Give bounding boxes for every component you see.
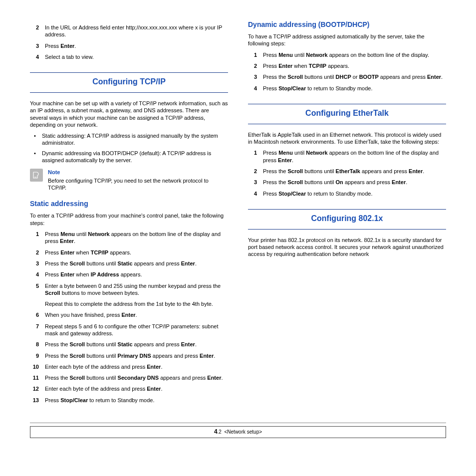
numbered-step: 10Enter each byte of the address and pre… (30, 363, 228, 370)
ether-intro: EtherTalk is AppleTalk used in an Ethern… (248, 131, 446, 146)
numbered-step: 4Select a tab to view. (30, 53, 228, 60)
bullet-text: Dynamic addressing via BOOTP/DHCP (defau… (42, 150, 228, 164)
page-number-major: 4 (214, 428, 218, 435)
step-continuation: Repeat this to complete the address from… (45, 300, 228, 307)
step-number: 3 (248, 179, 257, 186)
step-number: 2 (30, 249, 39, 256)
step-text: Press Enter when TCP/IP appears. (263, 62, 446, 69)
numbered-step: 12Enter each byte of the address and pre… (30, 385, 228, 392)
divider (248, 124, 446, 124)
numbered-step: 7Repeat steps 5 and 6 to configure the o… (30, 323, 228, 337)
step-number: 1 (30, 231, 39, 245)
divider (30, 72, 228, 73)
step-text: Press the Scroll buttons until Secondary… (45, 374, 228, 381)
step-text: Press Stop/Clear to return to Standby mo… (45, 397, 228, 404)
dyn-intro: To have a TCP/IP address assigned automa… (248, 33, 446, 47)
step-number: 3 (248, 73, 257, 80)
step-text: Press the Scroll buttons until On appear… (263, 179, 446, 186)
step-number: 8 (30, 341, 39, 348)
page-number-minor: .2 (218, 429, 222, 435)
divider (30, 92, 228, 93)
note-box: Note Before configuring TCP/IP, you need… (30, 169, 228, 191)
pre-steps: 2In the URL or Address field enter http;… (30, 24, 228, 60)
divider (248, 104, 446, 104)
step-number: 5 (30, 282, 39, 297)
numbered-step: 2Press Enter when TCP/IP appears. (248, 62, 446, 69)
step-number: 3 (30, 260, 39, 267)
bullet-item: •Static addressing: A TCP/IP address is … (30, 132, 228, 147)
step-text: Repeat steps 5 and 6 to configure the ot… (45, 323, 228, 337)
step-number: 13 (30, 397, 39, 404)
step-text: When you have finished, press Enter. (45, 311, 228, 318)
step-text: Press the Scroll buttons until Static ap… (45, 341, 228, 348)
heading-ethertalk: Configuring EtherTalk (248, 108, 446, 119)
step-text: Select a tab to view. (45, 53, 228, 60)
left-column: 2In the URL or Address field enter http;… (30, 20, 228, 408)
heading-8021x: Configuring 802.1x (248, 214, 446, 224)
x802-intro: Your printer has 802.1x protocol on its … (248, 237, 446, 258)
step-number: 2 (248, 62, 257, 69)
step-text: Press Menu until Network appears on the … (263, 51, 446, 58)
bullet-item: •Dynamic addressing via BOOTP/DHCP (defa… (30, 150, 228, 164)
step-text: Press Stop/Clear to return to Standby mo… (263, 190, 446, 197)
step-number: 3 (30, 42, 39, 49)
step-text: Press the Scroll buttons until EtherTalk… (263, 168, 446, 175)
numbered-step: 4Press Stop/Clear to return to Standby m… (248, 85, 446, 92)
step-text: Press the Scroll buttons until DHCP or B… (263, 73, 446, 80)
step-number: 11 (30, 374, 39, 381)
footer: 4.2 <Network setup> (30, 426, 446, 438)
numbered-step: 11Press the Scroll buttons until Seconda… (30, 374, 228, 381)
step-number: 12 (30, 385, 39, 392)
step-number: 4 (248, 190, 257, 197)
numbered-step: 4Press Stop/Clear to return to Standby m… (248, 190, 446, 197)
numbered-step: 1Press Menu until Network appears on the… (248, 51, 446, 58)
divider (248, 209, 446, 210)
step-number: 4 (30, 53, 39, 60)
numbered-step: 3Press Enter. (30, 42, 228, 49)
note-text: Before configuring TCP/IP, you need to s… (48, 177, 228, 192)
step-text: Enter each byte of the address and press… (45, 385, 228, 392)
step-number: 1 (248, 51, 257, 58)
heading-tcpip: Configuring TCP/IP (30, 77, 228, 87)
bullet-dot: • (34, 132, 38, 147)
step-text: Press Stop/Clear to return to Standby mo… (263, 85, 446, 92)
step-number: 4 (248, 85, 257, 92)
step-text: Press Enter when IP Address appears. (45, 271, 228, 278)
heading-static: Static addressing (30, 199, 228, 208)
step-number: 2 (30, 24, 39, 38)
bullet-dot: • (34, 150, 38, 164)
step-number: 2 (248, 168, 257, 175)
step-number: 10 (30, 363, 39, 370)
numbered-step: 8Press the Scroll buttons until Static a… (30, 341, 228, 348)
numbered-step: 2Press Enter when TCP/IP appears. (30, 249, 228, 256)
step-text: Press the Scroll buttons until Primary D… (45, 352, 228, 359)
intro-text: Your machine can be set up with a variet… (30, 100, 228, 128)
step-text: Press Menu until Network appears on the … (45, 231, 228, 245)
numbered-step: 2In the URL or Address field enter http;… (30, 24, 228, 38)
step-number: 6 (30, 311, 39, 318)
numbered-step: 9Press the Scroll buttons until Primary … (30, 352, 228, 359)
step-text: Press Menu until Network appears on the … (263, 149, 446, 164)
note-icon (30, 169, 43, 182)
right-column: Dynamic addressing (BOOTP/DHCP) To have … (248, 20, 446, 408)
step-text: Press the Scroll buttons until Static ap… (45, 260, 228, 267)
step-number: 4 (30, 271, 39, 278)
step-text: Enter a byte between 0 and 255 using the… (45, 282, 228, 297)
numbered-step: 5Enter a byte between 0 and 255 using th… (30, 282, 228, 297)
heading-dynamic: Dynamic addressing (BOOTP/DHCP) (248, 20, 446, 29)
step-text: In the URL or Address field enter http;/… (45, 24, 228, 38)
footer-divider (30, 423, 446, 423)
numbered-step: 1Press Menu until Network appears on the… (30, 231, 228, 245)
step-number: 1 (248, 149, 257, 164)
divider (248, 229, 446, 230)
step-number: 9 (30, 352, 39, 359)
footer-label: <Network setup> (224, 429, 262, 435)
numbered-step: 1Press Menu until Network appears on the… (248, 149, 446, 164)
numbered-step: 3Press the Scroll buttons until DHCP or … (248, 73, 446, 80)
bullet-text: Static addressing: A TCP/IP address is a… (42, 132, 228, 147)
step-text: Enter each byte of the address and press… (45, 363, 228, 370)
numbered-step: 13Press Stop/Clear to return to Standby … (30, 397, 228, 404)
static-intro: To enter a TCP/IP address from your mach… (30, 212, 228, 227)
step-text: Press Enter when TCP/IP appears. (45, 249, 228, 256)
numbered-step: 4Press Enter when IP Address appears. (30, 271, 228, 278)
